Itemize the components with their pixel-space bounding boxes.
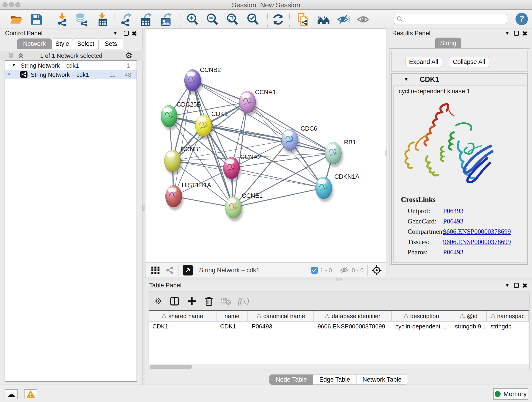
column-header-namespac[interactable]: namespac xyxy=(487,311,529,321)
node-CCNA2[interactable] xyxy=(223,157,241,182)
network-options-gear-icon[interactable]: ⚙ xyxy=(125,51,133,60)
tab-select[interactable]: Select xyxy=(73,38,99,49)
cell-description[interactable]: cyclin-dependent ... xyxy=(392,322,451,332)
entry-header[interactable]: ▼ CDK1 xyxy=(392,74,527,85)
column-header-shared-name[interactable]: shared name xyxy=(149,311,216,321)
tab-edge-table[interactable]: Edge Table xyxy=(313,375,356,385)
crosslink-link[interactable]: 9606.ENSP00000378699 xyxy=(443,228,511,235)
crosslink-link[interactable]: P06493 xyxy=(443,249,463,256)
float-panel-icon[interactable] xyxy=(514,31,519,36)
network-row-selected[interactable]: ● String Network – cdk1 11 48 xyxy=(5,70,137,79)
panel-menu-icon[interactable]: ▼ xyxy=(113,30,118,36)
cell--id[interactable]: stringdb:9... xyxy=(451,322,487,332)
cell-namespac[interactable]: stringdb xyxy=(487,322,529,332)
tab-network-table[interactable]: Network Table xyxy=(356,375,408,385)
show-column-icon[interactable] xyxy=(169,296,180,306)
network-canvas[interactable]: CCNB2CCNA1CDC25BCDK1CDC6RB1CCNB1CCNA2CDK… xyxy=(145,28,386,263)
column-header-name[interactable]: name xyxy=(216,311,248,321)
crosslink-link[interactable]: 9606.ENSP00000378699 xyxy=(443,238,511,246)
export-network-icon[interactable] xyxy=(120,13,133,26)
node-RB1[interactable] xyxy=(325,142,343,167)
close-panel-icon[interactable]: ✖ xyxy=(522,282,527,289)
cell-database-identifier[interactable]: 9606.ENSP00000378699 xyxy=(314,322,392,332)
memory-button[interactable]: Memory xyxy=(493,388,528,400)
tab-style[interactable]: Style xyxy=(51,38,73,49)
edge-CCNA2-CDKN1A[interactable] xyxy=(231,168,323,188)
table-row[interactable]: CDK1CDK1P064939606.ENSP00000378699cyclin… xyxy=(149,322,529,332)
network-collection-row[interactable]: ▼ String Network – cdk1 1 xyxy=(5,61,137,70)
tree-caret-icon[interactable]: ▼ xyxy=(12,62,16,68)
node-HIST1H1A[interactable] xyxy=(165,185,184,211)
scrollbar-thumb[interactable] xyxy=(150,365,192,369)
float-panel-icon[interactable] xyxy=(124,31,129,36)
tab-node-table[interactable]: Node Table xyxy=(269,375,313,385)
network-view-column: CCNB2CCNA1CDC25BCDK1CDC6RB1CCNB1CCNA2CDK… xyxy=(145,28,386,278)
export-image-icon[interactable] xyxy=(159,13,173,26)
tab-network[interactable]: Network xyxy=(17,38,51,49)
close-panel-icon[interactable]: ✖ xyxy=(132,30,137,37)
hide-selected-icon[interactable] xyxy=(337,13,350,26)
table-options-gear-icon[interactable]: ⚙ xyxy=(155,297,162,305)
warnings-button[interactable] xyxy=(24,389,37,399)
zoom-out-icon[interactable] xyxy=(206,13,219,26)
collapse-all-button[interactable]: Collapse All xyxy=(449,57,489,67)
show-all-icon[interactable] xyxy=(357,13,370,26)
crosslink-link[interactable]: P06493 xyxy=(443,217,463,225)
edge-CCNB2-HIST1H1A[interactable] xyxy=(174,80,193,196)
export-table-icon[interactable] xyxy=(139,13,153,26)
vertical-splitter-handle[interactable] xyxy=(142,205,145,211)
control-panel: Control Panel ▼ ✖ NetworkStyleSelectSets… xyxy=(0,28,143,385)
node-CCNA1[interactable] xyxy=(239,91,257,116)
tab-string[interactable]: String xyxy=(435,38,461,49)
table-header-row: shared namenamecanonical namedatabase id… xyxy=(149,311,529,322)
cloud-status-button[interactable]: ☁ xyxy=(5,389,18,399)
open-session-icon[interactable] xyxy=(10,13,23,26)
memory-status-icon xyxy=(495,391,500,397)
tab-sets[interactable]: Sets xyxy=(99,38,123,49)
selected-checkbox-icon[interactable] xyxy=(311,267,318,274)
column-header-database-identifier[interactable]: database identifier xyxy=(314,311,392,321)
zoom-in-icon[interactable] xyxy=(186,13,199,26)
float-panel-icon[interactable] xyxy=(514,283,519,288)
table-horizontal-scrollbar[interactable] xyxy=(149,364,529,370)
grid-view-icon[interactable] xyxy=(151,265,161,275)
cell-canonical-name[interactable]: P06493 xyxy=(248,322,314,332)
cell-name[interactable]: CDK1 xyxy=(216,322,248,332)
birds-eye-view-icon[interactable] xyxy=(371,265,382,275)
expand-all-button[interactable]: Expand All xyxy=(405,57,442,67)
import-database-icon[interactable] xyxy=(75,13,88,26)
node-CDC6[interactable] xyxy=(282,129,300,154)
refresh-icon[interactable] xyxy=(272,13,285,26)
share-view-icon[interactable] xyxy=(165,265,175,275)
hidden-eye-icon[interactable] xyxy=(340,266,349,274)
close-panel-icon[interactable]: ✖ xyxy=(522,30,527,37)
cell-shared-name[interactable]: CDK1 xyxy=(149,322,216,332)
save-session-icon[interactable] xyxy=(30,13,43,26)
zoom-fit-icon[interactable] xyxy=(226,13,239,26)
node-label-CDC6: CDC6 xyxy=(301,125,317,132)
node-CDC25B[interactable] xyxy=(161,105,179,130)
node-label-CDC25B: CDC25B xyxy=(177,101,201,108)
column-header-description[interactable]: description xyxy=(392,311,451,321)
function-builder-icon[interactable]: f(x) xyxy=(238,296,249,306)
clone-network-icon[interactable] xyxy=(297,13,310,26)
panel-menu-icon[interactable]: ▼ xyxy=(505,282,510,288)
import-network-icon[interactable] xyxy=(56,13,69,26)
node-CDK1[interactable] xyxy=(196,115,214,140)
add-column-icon[interactable] xyxy=(187,296,197,306)
delete-column-icon[interactable] xyxy=(204,296,214,306)
entry-caret-icon[interactable]: ▼ xyxy=(404,76,409,82)
help-button[interactable]: ? xyxy=(515,13,528,25)
column-header-canonical-name[interactable]: canonical name xyxy=(248,311,314,321)
panel-menu-icon[interactable]: ▼ xyxy=(505,30,510,36)
open-in-window-icon[interactable] xyxy=(183,265,193,275)
column-header--id[interactable]: @id xyxy=(451,311,487,321)
home-icon[interactable] xyxy=(317,13,330,26)
crosslink-link[interactable]: P06493 xyxy=(443,207,463,215)
import-table-icon[interactable] xyxy=(96,13,109,26)
search-input[interactable] xyxy=(405,16,505,23)
zoom-selected-icon[interactable] xyxy=(246,13,260,26)
node-CCNE1[interactable] xyxy=(225,196,243,221)
node-CDKN1A[interactable] xyxy=(316,177,334,202)
delete-table-icon[interactable] xyxy=(220,297,231,306)
